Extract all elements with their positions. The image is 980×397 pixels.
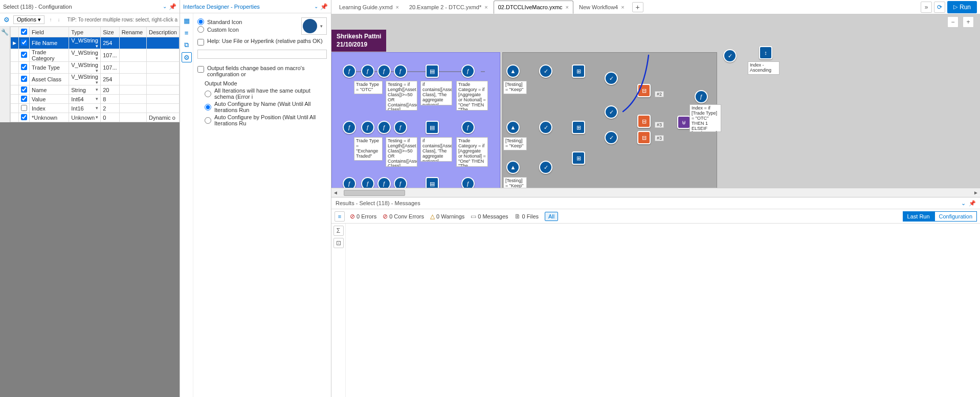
tool-select[interactable]: ✓ xyxy=(605,105,618,119)
rename-cell[interactable] xyxy=(119,37,146,49)
rename-cell[interactable] xyxy=(119,85,146,95)
configuration-toggle[interactable]: Configuration xyxy=(934,211,977,222)
tool-formula[interactable]: ƒ xyxy=(377,64,391,78)
tool-formula[interactable]: ƒ xyxy=(695,90,708,103)
refresh-icon[interactable]: ⟳ xyxy=(934,2,945,13)
tool-sort[interactable]: ↕ xyxy=(759,46,772,59)
scroll-left-icon[interactable]: ◄ xyxy=(331,190,340,195)
row-check-cell[interactable] xyxy=(18,113,29,122)
dropdown-icon[interactable]: ▾ xyxy=(96,56,98,61)
all-filter-button[interactable]: All xyxy=(545,212,558,221)
tool-select[interactable]: ✓ xyxy=(539,161,552,174)
desc-cell[interactable] xyxy=(146,85,179,95)
tool-select[interactable]: ✓ xyxy=(539,64,552,78)
tool-transpose[interactable]: ⊞ xyxy=(572,64,585,78)
dropdown-icon[interactable]: ▾ xyxy=(96,43,98,49)
pin-icon[interactable]: 📌 xyxy=(320,3,328,10)
pin-icon[interactable]: 📌 xyxy=(169,3,176,10)
rename-cell[interactable] xyxy=(119,62,146,74)
table-row[interactable]: Trade CategoryV_WString▾107... xyxy=(10,49,179,62)
tool-join[interactable]: ⊟ xyxy=(637,131,651,144)
conv-errors-count[interactable]: ⊘0 Conv Errors xyxy=(383,213,424,220)
expand-icon[interactable]: ⊡ xyxy=(333,238,344,248)
field-cell[interactable]: Trade Category xyxy=(29,49,69,62)
properties-icon[interactable]: ⚙ xyxy=(182,52,192,62)
col-check[interactable] xyxy=(18,27,29,37)
field-cell[interactable]: Name xyxy=(29,85,69,95)
output-change-checkbox[interactable] xyxy=(197,66,204,73)
col-type[interactable]: Type xyxy=(69,27,101,37)
icon-picker[interactable]: ▾ xyxy=(301,17,327,35)
size-cell[interactable]: 2 xyxy=(101,104,120,113)
standard-icon-radio-row[interactable]: Standard Icon xyxy=(197,18,291,25)
tool-filter[interactable]: ▲ xyxy=(506,64,520,78)
output-mode-opt2-row[interactable]: Auto Configure by Name (Wait Until All I… xyxy=(205,101,327,113)
rename-cell[interactable] xyxy=(119,49,146,62)
tool-formula[interactable]: ƒ xyxy=(461,64,475,78)
dropdown-icon[interactable]: ▾ xyxy=(96,115,98,120)
row-check-cell[interactable] xyxy=(18,49,29,62)
tool-filter[interactable]: ▲ xyxy=(506,121,520,134)
help-path-input[interactable] xyxy=(197,50,327,59)
tool-select[interactable]: ✓ xyxy=(605,131,618,144)
dropdown-icon[interactable]: ▾ xyxy=(96,96,98,101)
tool-formula[interactable]: ƒ xyxy=(394,121,407,134)
tool-formula[interactable]: ƒ xyxy=(394,64,407,78)
add-tab-button[interactable]: + xyxy=(632,2,643,12)
close-icon[interactable]: × xyxy=(396,4,399,10)
row-checkbox[interactable] xyxy=(21,76,27,82)
col-size[interactable]: Size xyxy=(101,27,120,37)
row-checkbox[interactable] xyxy=(21,39,27,46)
move-up-icon[interactable]: ↑ xyxy=(47,16,55,24)
rename-cell[interactable] xyxy=(119,95,146,104)
row-checkbox[interactable] xyxy=(21,64,27,70)
container-purple[interactable] xyxy=(331,52,500,188)
row-checkbox[interactable] xyxy=(21,86,27,93)
row-check-cell[interactable] xyxy=(18,62,29,74)
type-cell[interactable]: Int64▾ xyxy=(69,95,101,104)
icon-dropdown-icon[interactable]: ▾ xyxy=(317,24,325,29)
dropdown-icon[interactable]: ▾ xyxy=(96,68,98,73)
messages-count[interactable]: ▭0 Messages xyxy=(471,213,508,220)
table-row[interactable]: *UnknownUnknown▾0Dynamic o xyxy=(10,113,179,122)
row-check-cell[interactable] xyxy=(18,74,29,85)
wrench-icon[interactable]: 🔧 xyxy=(0,28,9,37)
field-cell[interactable]: Trade Type xyxy=(29,62,69,74)
overflow-icon[interactable]: » xyxy=(921,2,932,13)
sigma-icon[interactable]: Σ xyxy=(333,226,344,236)
desc-cell[interactable] xyxy=(146,95,179,104)
size-cell[interactable]: 8 xyxy=(101,95,120,104)
tool-formula[interactable]: ƒ xyxy=(343,121,356,134)
workflow-tab[interactable]: 20.Example 2 - DTCC.yxmd*× xyxy=(405,1,493,14)
type-cell[interactable]: V_WString▾ xyxy=(69,37,101,49)
zoom-out-button[interactable]: − xyxy=(947,16,959,28)
size-cell[interactable]: 0 xyxy=(101,113,120,122)
size-cell[interactable]: 254 xyxy=(101,37,120,49)
type-cell[interactable]: V_WString▾ xyxy=(69,49,101,62)
workflow-canvas[interactable]: Shrikesh Pattni 21/10/2019 xyxy=(331,14,980,188)
tool-join[interactable]: ⊟ xyxy=(637,115,651,128)
desc-cell[interactable]: Dynamic o xyxy=(146,113,179,122)
size-cell[interactable]: 107... xyxy=(101,49,120,62)
desc-cell[interactable] xyxy=(146,37,179,49)
tool-union[interactable]: ⊎ xyxy=(677,116,691,129)
standard-icon-radio[interactable] xyxy=(197,18,204,25)
row-checkbox[interactable] xyxy=(21,52,27,58)
tool-select[interactable]: ▤ xyxy=(426,64,439,78)
table-row[interactable]: ▶File NameV_WString▾254 xyxy=(10,37,179,49)
type-cell[interactable]: V_WString▾ xyxy=(69,62,101,74)
tool-select[interactable]: ✓ xyxy=(539,121,552,134)
canvas-hscroll[interactable]: ◄ ► xyxy=(331,188,980,197)
type-cell[interactable]: Unknown▾ xyxy=(69,113,101,122)
field-cell[interactable]: *Unknown xyxy=(29,113,69,122)
row-check-cell[interactable] xyxy=(18,85,29,95)
rename-cell[interactable] xyxy=(119,74,146,85)
col-desc[interactable]: Description xyxy=(146,27,179,37)
tool-formula[interactable]: ƒ xyxy=(361,64,374,78)
output-mode-opt3[interactable] xyxy=(205,117,211,124)
tool-transpose[interactable]: ⊞ xyxy=(572,151,585,165)
size-cell[interactable]: 107... xyxy=(101,62,120,74)
type-cell[interactable]: V_WString▾ xyxy=(69,74,101,85)
dropdown-icon[interactable]: ▾ xyxy=(96,87,98,92)
warnings-count[interactable]: △0 Warnings xyxy=(430,213,464,220)
